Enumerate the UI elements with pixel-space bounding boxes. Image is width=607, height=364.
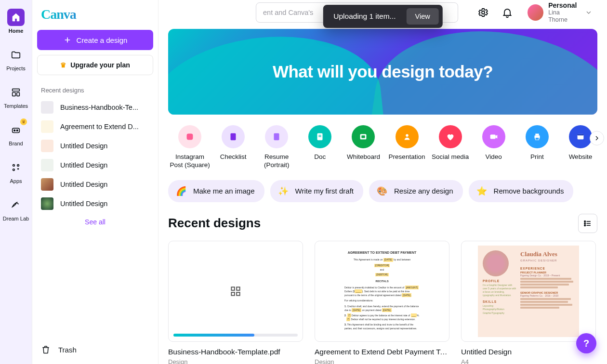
ai-chip-write-draft[interactable]: ✨ Write my first draft: [270, 180, 363, 202]
doctype-resume[interactable]: Resume (Portrait): [255, 125, 298, 169]
instagram-icon: [178, 125, 201, 148]
doctype-checklist[interactable]: Checklist: [211, 125, 255, 161]
iconrail-label: Dream Lab: [3, 216, 29, 221]
svg-rect-24: [577, 134, 583, 136]
recent-item-label: Untitled Design: [60, 181, 107, 188]
ai-chip-make-image[interactable]: 🌈 Make me an image: [168, 180, 264, 202]
doctype-label: Whiteboard: [347, 153, 380, 161]
iconrail-label: Projects: [6, 65, 26, 71]
svg-rect-14: [319, 135, 322, 135]
ai-chip-remove-bg[interactable]: ⭐ Remove backgrounds: [469, 180, 574, 202]
templates-icon: [7, 84, 25, 101]
doctype-label: Instagram Post (Square): [168, 153, 211, 169]
doctype-instagram-post[interactable]: Instagram Post (Square): [168, 125, 211, 169]
sidebar: Canva Create a design ♛ Upgrade your pla…: [32, 0, 158, 364]
doctypes-next-button[interactable]: [590, 131, 604, 145]
svg-rect-28: [231, 287, 235, 290]
svg-rect-11: [231, 133, 236, 141]
doctype-label: Print: [530, 153, 544, 161]
checklist-icon: [222, 125, 245, 148]
account-switcher[interactable]: Personal Lina Thorne: [524, 0, 596, 26]
doctype-label: Presentation: [389, 153, 425, 161]
help-fab[interactable]: ?: [576, 333, 596, 353]
svg-rect-29: [237, 287, 240, 290]
iconrail-projects[interactable]: Projects: [0, 43, 32, 74]
star-icon: ⭐: [475, 185, 488, 197]
recent-designs-grid: Business-Handbook-Template.pdf Design AG…: [158, 238, 607, 364]
iconrail-home[interactable]: Home: [0, 6, 32, 37]
svg-point-18: [406, 134, 409, 137]
card-title: Agreement to Extend Debt Payment Te...: [315, 348, 449, 356]
iconrail-templates[interactable]: Templates: [0, 81, 32, 112]
sidebar-recent-item[interactable]: Untitled Design: [37, 136, 153, 156]
design-thumb-icon: [41, 140, 53, 152]
iconrail-brand[interactable]: ♛ Brand: [0, 118, 32, 149]
sidebar-recent-item[interactable]: Agreement to Extend D...: [37, 117, 153, 136]
placeholder-grid-icon: [229, 285, 242, 298]
sparkle-icon: ✨: [277, 185, 290, 197]
card-thumbnail: PROFILE I'm a Graphic Designer with over…: [461, 241, 596, 342]
design-card[interactable]: PROFILE I'm a Graphic Designer with over…: [461, 241, 596, 364]
design-card[interactable]: AGREEMENT TO EXTEND DEBT PAYMENT This Ag…: [315, 241, 449, 364]
account-type: Personal: [548, 1, 580, 10]
apps-icon: [7, 159, 25, 176]
sidebar-recent-item[interactable]: Untitled Design: [37, 175, 153, 194]
resume-role: GRAPHIC DESIGNER: [520, 259, 574, 262]
whiteboard-icon: [352, 125, 375, 148]
svg-point-4: [14, 130, 15, 131]
chevron-right-icon: [593, 134, 601, 142]
doctype-social-media[interactable]: Social media: [429, 125, 472, 161]
hero-headline: What will you design today?: [273, 62, 493, 81]
gear-icon: [477, 7, 489, 18]
create-design-label: Create a design: [77, 36, 128, 44]
resume-photo: [483, 250, 509, 276]
view-toggle-button[interactable]: [578, 214, 597, 233]
svg-rect-30: [231, 292, 235, 296]
svg-rect-17: [362, 135, 365, 138]
notifications-button[interactable]: [500, 5, 515, 20]
doctype-label: Checklist: [220, 153, 247, 161]
trash-link[interactable]: Trash: [37, 340, 153, 359]
card-subtitle: Design: [168, 358, 303, 364]
doctype-print[interactable]: Print: [515, 125, 559, 161]
ai-shortcut-row: 🌈 Make me an image ✨ Write my first draf…: [158, 169, 607, 207]
svg-point-27: [584, 225, 586, 226]
doctype-whiteboard[interactable]: Whiteboard: [342, 125, 385, 161]
svg-point-8: [13, 169, 15, 171]
sidebar-recent-item[interactable]: Untitled Design: [37, 194, 153, 213]
doctype-presentation[interactable]: Presentation: [385, 125, 428, 161]
canva-logo[interactable]: Canva: [41, 7, 153, 22]
iconrail-dreamlab[interactable]: Dream Lab: [0, 194, 32, 224]
iconrail-label: Brand: [9, 141, 23, 146]
resume-icon: [265, 125, 288, 148]
crown-badge-icon: ♛: [20, 118, 27, 125]
doctype-row: Instagram Post (Square) Checklist Resume…: [158, 125, 607, 169]
iconrail-label: Home: [9, 28, 24, 34]
design-thumb-icon: [41, 197, 53, 210]
see-all-link[interactable]: See all: [37, 218, 153, 226]
doctype-video[interactable]: Video: [472, 125, 515, 161]
doctype-doc[interactable]: Doc: [298, 125, 342, 161]
upgrade-plan-label: Upgrade your plan: [70, 61, 130, 69]
iconrail-label: Templates: [4, 103, 28, 109]
toast-text: Uploading 1 item...: [333, 12, 396, 21]
settings-button[interactable]: [475, 5, 491, 20]
doc-preview-title: AGREEMENT TO EXTEND DEBT PAYMENT: [344, 250, 420, 256]
create-design-button[interactable]: Create a design: [37, 30, 153, 50]
svg-rect-22: [535, 138, 539, 140]
iconrail-apps[interactable]: Apps: [0, 156, 32, 187]
design-card[interactable]: Business-Handbook-Template.pdf Design: [168, 241, 303, 364]
sidebar-recent-item[interactable]: Business-Handbook-Te...: [37, 98, 153, 117]
recent-designs-title: Recent designs: [168, 216, 261, 231]
upgrade-plan-button[interactable]: ♛ Upgrade your plan: [37, 55, 153, 75]
account-name: Lina Thorne: [548, 9, 580, 24]
card-title: Untitled Design: [461, 348, 596, 356]
resume-preview: PROFILE I'm a Graphic Designer with over…: [478, 246, 579, 337]
sidebar-recent-item[interactable]: Untitled Design: [37, 156, 153, 175]
toast-view-button[interactable]: View: [407, 8, 439, 25]
dreamlab-icon: [7, 196, 25, 214]
trash-label: Trash: [58, 346, 77, 354]
trash-icon: [41, 345, 51, 354]
ai-chip-resize[interactable]: 🎨 Resize any design: [369, 180, 463, 202]
home-icon: [7, 9, 25, 26]
